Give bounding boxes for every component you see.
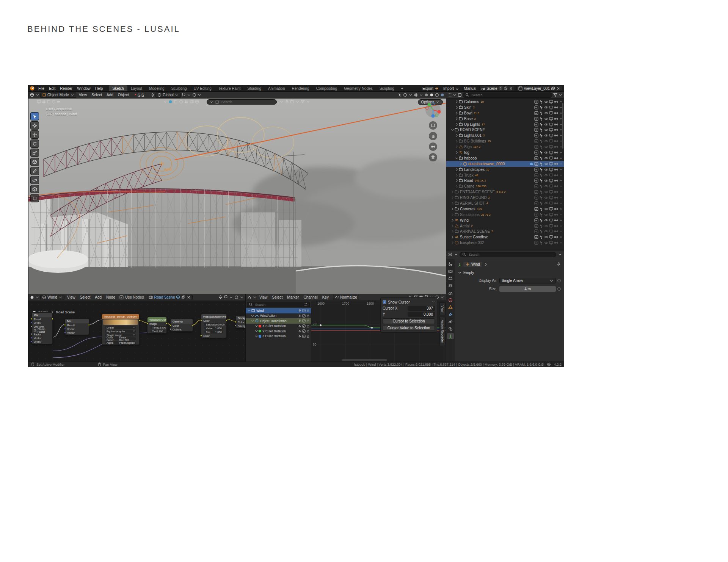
chevron-right-icon[interactable] — [450, 207, 455, 211]
render-dot-icon[interactable] — [559, 162, 563, 166]
workspace-tab-texture-paint[interactable]: Texture Paint — [215, 85, 244, 91]
gis-toolbar-left[interactable] — [163, 100, 199, 104]
node-gamma[interactable]: GammaColorOptions — [170, 319, 193, 332]
socket[interactable] — [31, 322, 33, 324]
chevron-right-icon[interactable] — [450, 241, 455, 245]
node-header[interactable]: Background — [236, 316, 245, 320]
breadcrumb-object[interactable]: Wind — [463, 262, 482, 267]
outliner-row-bowl[interactable]: Bowl11 3 — [446, 110, 564, 116]
properties-tab-tool[interactable] — [447, 261, 454, 267]
import-button[interactable]: Import — [442, 86, 461, 91]
chevron-right-icon[interactable] — [455, 105, 459, 110]
viewport-menu-object[interactable]: Object — [116, 93, 131, 97]
node-header[interactable]: Hue/Saturation/Value — [201, 314, 226, 319]
properties-tab-data[interactable] — [447, 333, 454, 339]
cursor-x-field[interactable]: 397 — [408, 306, 435, 311]
render-dot-icon[interactable] — [559, 150, 563, 155]
node-mix[interactable]: MixResultVectorUniFormClamp FactorFactor… — [31, 312, 53, 344]
node-row[interactable]: Clamp Factor — [32, 329, 52, 332]
render-dot-icon[interactable] — [559, 178, 563, 183]
outliner-row-road-scene[interactable]: ROAD SCENE — [446, 127, 564, 133]
socket[interactable] — [64, 332, 66, 333]
socket[interactable] — [31, 318, 33, 320]
viewport-canvas[interactable]: Wind Options User Perspective (397) habo… — [28, 99, 446, 294]
properties-tab-view-layer[interactable] — [447, 283, 454, 289]
tool-annotate[interactable] — [30, 167, 39, 175]
node-row[interactable]: Vector — [32, 321, 52, 325]
chevron-down-icon[interactable] — [450, 128, 455, 132]
outliner-row-arrival-scene[interactable]: ARRIVAL SCENE2 — [446, 229, 564, 234]
copy-icon[interactable] — [551, 86, 555, 91]
workspace-tab-scripting[interactable]: Scripting — [376, 85, 398, 91]
node-wasach-gofor-[interactable]: Wasach (GoFor)ImageTime23.400Tint0.900 — [147, 317, 167, 333]
outliner-toggles[interactable] — [534, 139, 563, 143]
outliner-toggles[interactable] — [534, 218, 563, 222]
graph-menu-channel[interactable]: Channel — [301, 295, 319, 299]
node-row[interactable]: Equirectangular▾ — [102, 329, 139, 333]
chevron-down-icon[interactable] — [455, 156, 459, 160]
socket[interactable] — [146, 322, 148, 324]
outliner-row-simulations[interactable]: Simulations21 76 2 — [446, 212, 564, 218]
outliner-search[interactable] — [463, 92, 552, 98]
channel-object-transforms[interactable]: Object Transforms — [246, 318, 311, 324]
node-background[interactable]: BackgroundColorStrength — [235, 315, 245, 328]
output-socket[interactable] — [138, 319, 140, 321]
outliner-toggles[interactable] — [534, 122, 563, 127]
scene-selector[interactable]: Scene 3 — [479, 86, 515, 91]
socket[interactable] — [64, 328, 66, 330]
outliner-row-ring-around[interactable]: RING AROUND2 — [446, 195, 564, 200]
socket[interactable] — [64, 324, 66, 326]
chevron-right-icon[interactable] — [455, 133, 459, 138]
outliner-row-fog[interactable]: fog — [446, 150, 564, 155]
node-row[interactable]: Color — [201, 334, 226, 338]
socket[interactable] — [31, 333, 33, 335]
node-row[interactable]: Options — [171, 327, 193, 331]
channel-toggles[interactable] — [298, 314, 310, 318]
shader-type-dropdown[interactable]: World — [40, 295, 64, 300]
outliner-row-aerial-shot[interactable]: AERIAL SHOT4 — [446, 200, 564, 206]
outliner-row-aerial[interactable]: Aerial2 — [446, 223, 564, 229]
chevron-down-icon[interactable] — [254, 334, 259, 338]
chevron-down-icon[interactable] — [251, 319, 255, 323]
workspace-tab-sculpting[interactable]: Sculpting — [168, 85, 190, 91]
outliner-toggles[interactable] — [534, 150, 563, 155]
chevron-right-icon[interactable] — [455, 139, 459, 143]
outliner-toggles[interactable] — [534, 213, 563, 217]
render-dot-icon[interactable] — [559, 168, 563, 172]
outliner-toggles[interactable] — [534, 133, 563, 138]
outliner-row-haboob[interactable]: haboob — [446, 155, 564, 161]
close-icon[interactable] — [509, 86, 513, 91]
render-dot-icon[interactable] — [559, 229, 563, 233]
world-datablock[interactable]: Road Scene — [147, 295, 193, 300]
node-mix[interactable]: MixResultVectorVector — [65, 318, 89, 335]
node-row[interactable]: Vector — [32, 340, 52, 344]
channel-toggles[interactable] — [298, 309, 310, 312]
outliner-toggles[interactable] — [534, 100, 563, 104]
workspace-tab-compositing[interactable]: Compositing — [313, 85, 341, 91]
viewport-search-input[interactable] — [221, 100, 274, 104]
workspace-tab-geometry-nodes[interactable]: Geometry Nodes — [340, 85, 376, 91]
outliner-toggles[interactable] — [529, 162, 563, 166]
output-socket[interactable] — [88, 324, 90, 326]
display-mode-icon[interactable] — [458, 93, 462, 97]
outliner-toggles[interactable] — [534, 173, 563, 177]
tool-scale[interactable] — [30, 149, 39, 157]
outliner-row-base[interactable]: Base2 — [446, 116, 564, 122]
outliner-row-sign[interactable]: Sign187 2 — [446, 144, 564, 150]
workspace-tab--[interactable]: + — [398, 85, 407, 91]
outliner-row-wind[interactable]: Wind — [446, 218, 564, 223]
node-header[interactable]: Mix — [65, 319, 89, 323]
node-industrial-sunset-puresky-4k-hdr[interactable]: industrial_sunset_puresky_4k.hdrLinear▾E… — [102, 314, 140, 345]
menu-help[interactable]: Help — [93, 86, 105, 91]
swap-icon[interactable] — [304, 302, 308, 307]
outliner-row-entrance-scene[interactable]: ENTRANCE SCENE5 111 2 — [446, 189, 564, 195]
chevron-down-icon[interactable] — [254, 329, 259, 333]
properties-tab-render[interactable] — [447, 268, 454, 274]
node-row[interactable]: Vector — [32, 336, 52, 340]
chevron-right-icon[interactable] — [450, 229, 455, 233]
mode-dropdown[interactable]: Object Mode — [40, 92, 76, 98]
chevron-right-icon[interactable] — [450, 224, 455, 228]
socket[interactable] — [169, 328, 171, 330]
graph-menu-marker[interactable]: Marker — [285, 295, 301, 299]
outliner-toggles[interactable] — [534, 111, 563, 115]
